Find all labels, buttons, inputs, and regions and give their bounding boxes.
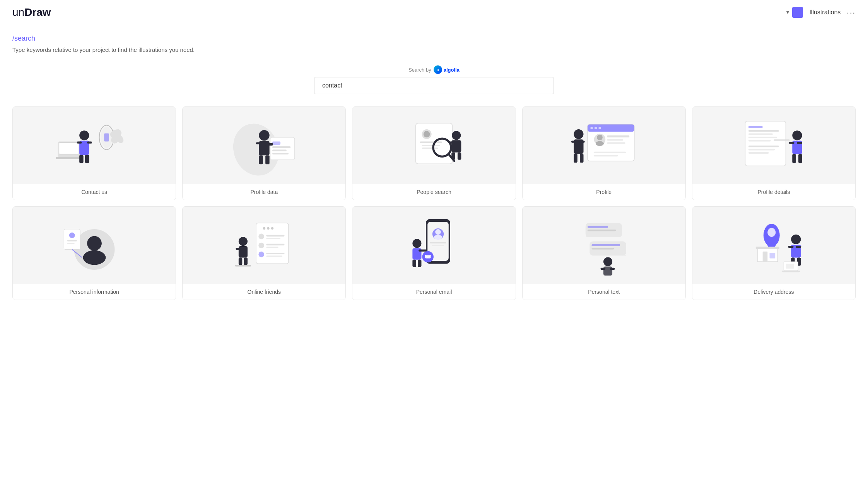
svg-point-83 <box>263 227 265 230</box>
svg-rect-117 <box>588 230 616 231</box>
illustration-card-contact-us[interactable]: Contact us <box>12 106 176 200</box>
main-content: /search Type keywords relative to your p… <box>0 25 868 309</box>
svg-rect-47 <box>607 139 624 141</box>
svg-point-84 <box>267 227 269 230</box>
svg-rect-68 <box>789 142 795 144</box>
svg-point-45 <box>596 141 604 146</box>
svg-rect-54 <box>579 141 585 142</box>
svg-rect-64 <box>748 149 775 150</box>
illustration-card-people-search[interactable]: People search <box>352 106 516 200</box>
svg-rect-94 <box>266 255 282 257</box>
svg-rect-35 <box>449 142 454 144</box>
svg-point-51 <box>574 129 583 139</box>
svg-rect-93 <box>266 253 284 254</box>
illustration-card-profile[interactable]: Profile <box>522 106 686 200</box>
svg-rect-61 <box>748 137 777 138</box>
svg-rect-71 <box>798 154 802 163</box>
svg-rect-30 <box>422 147 438 149</box>
svg-point-27 <box>424 131 430 137</box>
svg-rect-126 <box>610 268 615 270</box>
search-input[interactable] <box>314 77 554 94</box>
illustration-card-profile-data[interactable]: Profile data <box>182 106 346 200</box>
svg-rect-15 <box>256 142 261 144</box>
svg-rect-99 <box>244 258 247 265</box>
svg-rect-130 <box>763 252 768 262</box>
algolia-icon: a <box>434 65 442 74</box>
svg-rect-8 <box>85 155 89 163</box>
svg-point-44 <box>597 135 603 141</box>
svg-point-95 <box>239 237 248 246</box>
illustration-label-profile-details: Profile details <box>692 184 855 200</box>
illustration-card-personal-email[interactable]: Personal email <box>352 206 516 300</box>
illustration-preview-personal-information <box>13 207 176 284</box>
svg-rect-36 <box>451 153 455 160</box>
svg-point-41 <box>595 127 597 129</box>
search-section: Search by a algolia <box>12 65 856 94</box>
svg-rect-21 <box>272 146 290 148</box>
illustration-preview-contact-us <box>13 107 176 184</box>
illustration-label-people-search: People search <box>352 184 515 200</box>
algolia-logo: a algolia <box>434 65 460 74</box>
illustration-preview-profile-details <box>692 107 855 184</box>
illustration-label-personal-information: Personal information <box>13 284 176 300</box>
color-picker[interactable]: ▼ <box>786 7 803 18</box>
svg-rect-29 <box>422 145 440 146</box>
illustration-label-profile: Profile <box>523 184 685 200</box>
svg-point-128 <box>768 228 776 237</box>
algolia-credit: Search by a algolia <box>408 65 460 74</box>
svg-rect-106 <box>430 242 446 243</box>
more-options-button[interactable]: ··· <box>847 8 856 17</box>
svg-point-66 <box>793 130 802 140</box>
illustration-card-online-friends[interactable]: Online friends <box>182 206 346 300</box>
illustration-preview-people-search <box>352 107 515 184</box>
svg-rect-2 <box>56 157 82 159</box>
svg-point-3 <box>79 130 89 140</box>
svg-rect-69 <box>797 142 802 144</box>
svg-point-33 <box>452 131 461 140</box>
svg-rect-6 <box>87 142 92 144</box>
svg-point-110 <box>412 239 421 248</box>
svg-rect-17 <box>259 155 263 164</box>
svg-rect-37 <box>458 153 461 160</box>
svg-rect-79 <box>67 243 74 244</box>
illustration-label-contact-us: Contact us <box>13 184 176 200</box>
svg-rect-19 <box>270 137 295 160</box>
svg-rect-56 <box>580 154 583 163</box>
header-nav: ▼ Illustrations ··· <box>786 7 856 18</box>
illustration-card-personal-information[interactable]: Personal information <box>12 206 176 300</box>
svg-rect-55 <box>574 154 577 163</box>
svg-point-133 <box>791 235 801 244</box>
illustration-label-delivery-address: Delivery address <box>692 284 855 300</box>
illustration-card-profile-details[interactable]: Profile details <box>692 106 856 200</box>
svg-point-42 <box>599 127 601 129</box>
app-logo[interactable]: unDraw <box>12 6 51 19</box>
svg-rect-5 <box>77 142 82 144</box>
illustration-preview-profile <box>523 107 685 184</box>
illustration-preview-personal-text <box>523 207 685 284</box>
illustration-label-online-friends: Online friends <box>183 284 345 300</box>
accent-color-swatch[interactable] <box>792 7 803 18</box>
illustrations-nav-item[interactable]: Illustrations <box>809 9 841 16</box>
search-description-text: Type keywords relative to your project t… <box>12 46 856 53</box>
illustration-label-personal-text: Personal text <box>523 284 685 300</box>
illustrations-grid: Contact us <box>12 106 856 300</box>
illustration-card-personal-text[interactable]: Personal text <box>522 206 686 300</box>
svg-rect-48 <box>607 142 625 144</box>
illustration-preview-online-friends <box>183 207 345 284</box>
illustration-card-delivery-address[interactable]: Delivery address <box>692 206 856 300</box>
svg-rect-23 <box>272 153 289 154</box>
svg-rect-90 <box>266 244 284 245</box>
svg-rect-135 <box>788 246 794 248</box>
svg-rect-141 <box>786 264 794 269</box>
svg-rect-1 <box>59 143 79 154</box>
svg-rect-7 <box>79 155 84 163</box>
svg-rect-140 <box>782 271 800 272</box>
svg-point-40 <box>591 127 593 129</box>
svg-rect-62 <box>748 140 771 141</box>
svg-rect-20 <box>272 142 280 145</box>
svg-rect-60 <box>748 134 773 135</box>
svg-rect-113 <box>412 260 416 267</box>
svg-rect-121 <box>592 248 614 249</box>
svg-rect-97 <box>236 248 241 250</box>
svg-rect-131 <box>770 253 776 259</box>
